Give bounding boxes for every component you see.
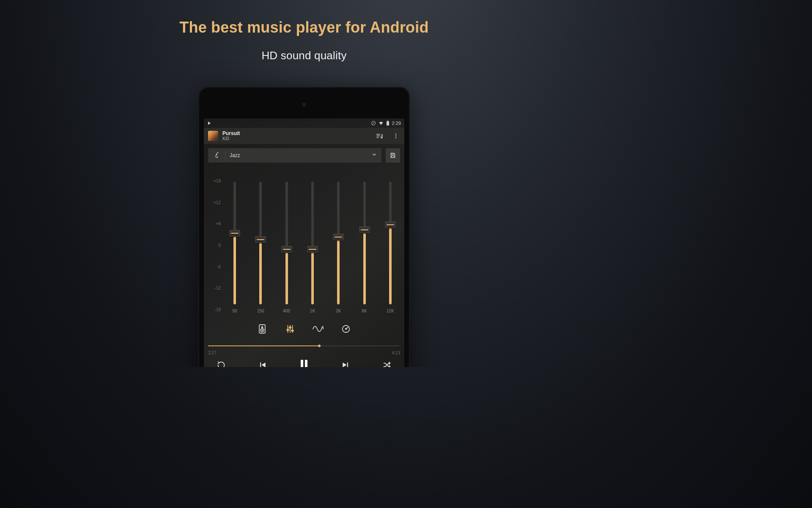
playback-times: 2:27 4:13 [208,351,400,355]
svg-point-17 [262,330,263,331]
svg-point-8 [395,135,396,136]
eq-slider-thumb[interactable] [255,236,266,243]
shuffle-button[interactable] [380,358,394,367]
eq-slider[interactable] [233,182,236,304]
subhead-text: HD sound quality [0,49,608,62]
eq-slider-fill [311,253,314,304]
time-total: 4:13 [392,351,400,355]
tab-balance[interactable] [340,323,351,334]
speaker-icon [258,324,266,334]
eq-tabs [204,323,404,334]
playback-progress[interactable] [208,343,400,349]
eq-slider-thumb[interactable] [333,234,344,240]
repeat-button[interactable] [214,358,228,367]
eq-band-freq: 2K [336,309,341,313]
android-status-bar: 2:29 [204,119,404,128]
eq-slider-fill [259,243,262,304]
eq-band-freq: 150 [257,309,264,313]
eq-slider-thumb[interactable] [359,226,370,233]
eq-scale-label: -12 [208,286,221,290]
battery-icon [386,121,390,126]
svg-point-7 [395,133,396,134]
pause-icon [299,359,309,367]
eq-slider[interactable] [285,182,288,304]
shuffle-icon [383,361,391,367]
more-menu-button[interactable] [392,131,400,141]
eq-slider-fill [363,233,366,304]
wave-icon [313,325,324,333]
eq-slider-thumb[interactable] [229,230,240,237]
playlist-queue-button[interactable] [375,131,384,141]
eq-band: 1K [303,182,322,313]
status-clock: 2:29 [392,121,401,126]
svg-rect-28 [305,360,307,367]
svg-rect-26 [260,362,261,367]
wifi-icon [379,121,384,126]
eq-scale-label: +12 [208,201,221,205]
gauge-icon [341,324,351,334]
play-pause-button[interactable] [297,358,311,367]
eq-band-freq: 400 [283,309,290,313]
eq-slider-thumb[interactable] [307,246,318,253]
tab-sound-effects[interactable] [313,323,324,334]
svg-point-9 [395,137,396,138]
eq-slider-thumb[interactable] [281,246,292,253]
eq-band: 400 [277,182,296,313]
eq-slider[interactable] [363,182,366,304]
track-artist: KiD [222,136,240,141]
eq-slider[interactable] [337,182,340,304]
eq-slider[interactable] [311,182,314,304]
eq-band: 12K [381,182,400,313]
eq-slider[interactable] [259,182,262,304]
eq-slider[interactable] [389,182,392,304]
eq-scale-label: -18 [208,308,221,312]
svg-rect-22 [289,327,291,328]
sliders-icon [285,324,295,334]
preset-label: Jazz [225,152,240,158]
svg-line-1 [372,122,375,124]
time-elapsed: 2:27 [208,351,216,355]
tab-speaker[interactable] [257,323,268,334]
svg-rect-3 [387,121,388,121]
eq-scale-label: -6 [208,265,221,269]
tablet-screen: 2:29 Pursuit KiD Jazz [204,119,404,367]
eq-band-freq: 6K [362,309,367,313]
svg-rect-21 [287,329,289,331]
svg-point-10 [217,154,217,155]
eq-slider-fill [337,240,340,304]
eq-slider-fill [389,228,392,304]
saxophone-icon [213,152,220,159]
svg-rect-2 [387,121,389,126]
svg-point-25 [346,329,347,330]
svg-point-15 [262,327,263,328]
equalizer: +18 +12 +6 0 -6 -12 -18 501504001K2K6K12… [208,178,400,313]
svg-rect-13 [392,156,394,158]
album-art-thumb[interactable] [208,131,218,141]
eq-bands: 501504001K2K6K12K [225,178,400,313]
eq-band-freq: 50 [232,309,237,313]
save-preset-button[interactable] [386,148,400,163]
preset-row: Jazz [204,144,404,163]
skip-next-icon [341,361,350,367]
tab-equalizer[interactable] [285,323,296,334]
svg-rect-23 [291,330,294,331]
skip-previous-icon [258,361,267,367]
svg-rect-27 [301,360,303,367]
svg-rect-29 [347,362,348,367]
eq-slider-fill [233,237,236,304]
preset-dropdown[interactable]: Jazz [208,148,381,163]
eq-band-freq: 1K [310,309,315,313]
eq-band: 2K [329,182,348,313]
next-button[interactable] [338,358,353,367]
eq-band: 50 [225,182,244,313]
now-playing-header: Pursuit KiD [204,128,404,144]
eq-slider-thumb[interactable] [385,221,396,228]
svg-point-11 [216,155,217,155]
eq-scale-label: +6 [208,222,221,226]
transport-bar [214,358,394,367]
previous-button[interactable] [255,358,270,367]
headline-text: The best music player for Android [0,19,608,36]
eq-scale-label: +18 [208,179,221,183]
eq-band: 6K [355,182,374,313]
chevron-down-icon [371,152,377,157]
